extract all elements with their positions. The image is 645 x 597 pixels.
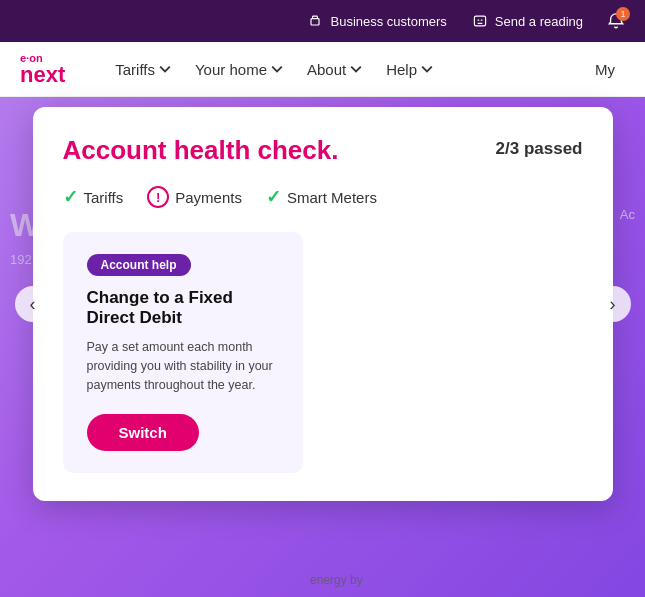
- nav-help-label: Help: [386, 61, 417, 78]
- business-customers-link[interactable]: Business customers: [306, 12, 446, 30]
- briefcase-icon: [306, 12, 324, 30]
- check-pass-icon: ✓: [63, 186, 78, 208]
- passed-badge: 2/3 passed: [496, 139, 583, 159]
- nav-my-label: My: [595, 61, 615, 78]
- business-customers-label: Business customers: [330, 14, 446, 29]
- nav-tariffs-label: Tariffs: [115, 61, 155, 78]
- chevron-down-icon: [159, 63, 171, 75]
- nav-about-label: About: [307, 61, 346, 78]
- check-tariffs-label: Tariffs: [84, 189, 124, 206]
- logo[interactable]: e·on next: [20, 52, 65, 86]
- check-smart-meters: ✓ Smart Meters: [266, 186, 377, 208]
- health-check-modal: ‹ › Account health check. 2/3 passed ✓ T…: [33, 107, 613, 501]
- meter-icon: [471, 12, 489, 30]
- notification-bell[interactable]: 1: [607, 12, 625, 30]
- sub-card-title: Change to a Fixed Direct Debit: [87, 288, 279, 328]
- nav-my[interactable]: My: [585, 55, 625, 84]
- warning-circle-icon: !: [147, 186, 169, 208]
- svg-rect-1: [474, 16, 485, 26]
- check-payments-label: Payments: [175, 189, 242, 206]
- modal-prev-arrow[interactable]: ‹: [15, 286, 51, 322]
- nav-your-home[interactable]: Your home: [185, 55, 293, 84]
- modal-header: Account health check. 2/3 passed: [63, 135, 583, 166]
- logo-next-text: next: [20, 64, 65, 86]
- modal-title: Account health check.: [63, 135, 339, 166]
- send-reading-link[interactable]: Send a reading: [471, 12, 583, 30]
- chevron-down-icon: [271, 63, 283, 75]
- chevron-down-icon: [421, 63, 433, 75]
- account-help-card: Account help Change to a Fixed Direct De…: [63, 232, 303, 473]
- nav-your-home-label: Your home: [195, 61, 267, 78]
- nav-tariffs[interactable]: Tariffs: [105, 55, 181, 84]
- chevron-down-icon: [350, 63, 362, 75]
- switch-button[interactable]: Switch: [87, 414, 199, 451]
- account-help-pill: Account help: [87, 254, 191, 276]
- modal-next-arrow[interactable]: ›: [595, 286, 631, 322]
- check-smart-meters-label: Smart Meters: [287, 189, 377, 206]
- send-reading-label: Send a reading: [495, 14, 583, 29]
- check-pass-icon-2: ✓: [266, 186, 281, 208]
- check-payments: ! Payments: [147, 186, 242, 208]
- nav-about[interactable]: About: [297, 55, 372, 84]
- nav-items: Tariffs Your home About Help My: [105, 55, 625, 84]
- svg-rect-0: [311, 19, 319, 25]
- check-tariffs: ✓ Tariffs: [63, 186, 124, 208]
- notification-count: 1: [616, 7, 630, 21]
- modal-overlay: ‹ › Account health check. 2/3 passed ✓ T…: [0, 97, 645, 597]
- top-bar: Business customers Send a reading 1: [0, 0, 645, 42]
- main-nav: e·on next Tariffs Your home About Help M…: [0, 42, 645, 97]
- sub-card-desc: Pay a set amount each month providing yo…: [87, 338, 279, 394]
- nav-help[interactable]: Help: [376, 55, 443, 84]
- checks-row: ✓ Tariffs ! Payments ✓ Smart Meters: [63, 186, 583, 208]
